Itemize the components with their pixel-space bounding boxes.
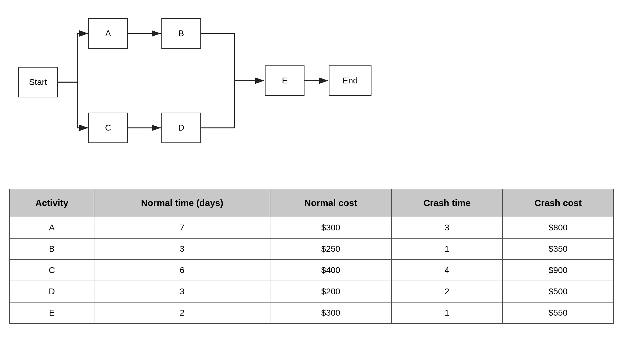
cell-r3-c0: D — [9, 281, 94, 302]
node-end: End — [329, 65, 371, 96]
cell-r0-c3: 3 — [392, 217, 503, 238]
header-crash-cost: Crash cost — [502, 189, 614, 217]
cell-r0-c2: $300 — [270, 217, 392, 238]
cell-r4-c0: E — [9, 302, 94, 324]
table-row: A7$3003$800 — [9, 217, 614, 238]
cell-r4-c2: $300 — [270, 302, 392, 324]
cell-r2-c0: C — [9, 260, 94, 281]
cell-r1-c1: 3 — [94, 238, 270, 260]
header-normal-time: Normal time (days) — [94, 189, 270, 217]
node-E: E — [265, 65, 304, 96]
cell-r0-c1: 7 — [94, 217, 270, 238]
cell-r0-c4: $800 — [502, 217, 614, 238]
node-B: B — [161, 18, 201, 49]
cell-r3-c4: $500 — [502, 281, 614, 302]
cell-r4-c4: $550 — [502, 302, 614, 324]
data-table: Activity Normal time (days) Normal cost … — [9, 189, 614, 324]
cell-r0-c0: A — [9, 217, 94, 238]
header-activity: Activity — [9, 189, 94, 217]
node-D: D — [161, 113, 201, 143]
node-start: Start — [18, 67, 58, 97]
cell-r2-c4: $900 — [502, 260, 614, 281]
node-A: A — [88, 18, 128, 49]
table-area: Activity Normal time (days) Normal cost … — [0, 189, 623, 324]
cell-r3-c1: 3 — [94, 281, 270, 302]
table-row: D3$2002$500 — [9, 281, 614, 302]
node-C: C — [88, 113, 128, 143]
cell-r1-c4: $350 — [502, 238, 614, 260]
table-row: B3$2501$350 — [9, 238, 614, 260]
header-crash-time: Crash time — [392, 189, 503, 217]
cell-r2-c2: $400 — [270, 260, 392, 281]
cell-r1-c0: B — [9, 238, 94, 260]
header-normal-cost: Normal cost — [270, 189, 392, 217]
cell-r3-c3: 2 — [392, 281, 503, 302]
cell-r2-c3: 4 — [392, 260, 503, 281]
table-row: C6$4004$900 — [9, 260, 614, 281]
table-header-row: Activity Normal time (days) Normal cost … — [9, 189, 614, 217]
diagram-area: Start A B C D E End — [0, 0, 623, 189]
cell-r4-c1: 2 — [94, 302, 270, 324]
cell-r1-c3: 1 — [392, 238, 503, 260]
cell-r4-c3: 1 — [392, 302, 503, 324]
cell-r2-c1: 6 — [94, 260, 270, 281]
cell-r3-c2: $200 — [270, 281, 392, 302]
table-row: E2$3001$550 — [9, 302, 614, 324]
cell-r1-c2: $250 — [270, 238, 392, 260]
